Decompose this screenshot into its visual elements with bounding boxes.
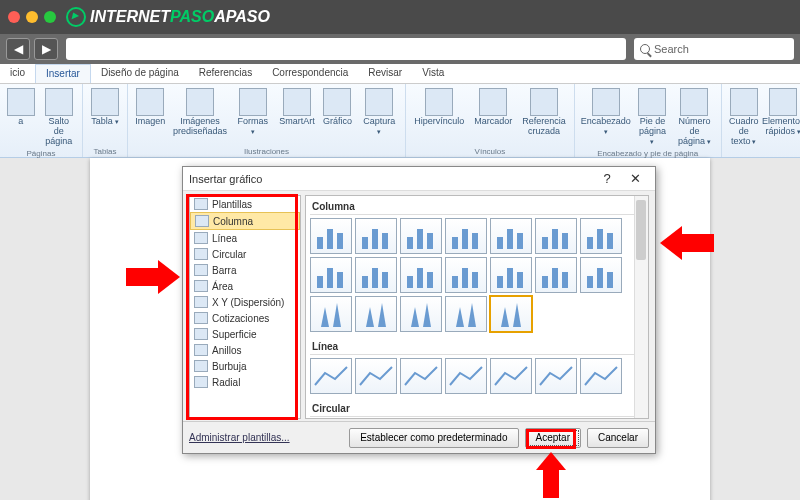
ribbon-tab-insertar[interactable]: Insertar [35, 64, 91, 83]
ribbon-tabla[interactable]: Tabla [87, 86, 123, 129]
chart-thumb[interactable] [400, 358, 442, 394]
window-minimize[interactable] [26, 11, 38, 23]
search-input[interactable]: Search [634, 38, 794, 60]
ribbon-gráfico[interactable]: Gráfico [320, 86, 355, 129]
svg-rect-6 [407, 237, 413, 249]
window-close[interactable] [8, 11, 20, 23]
nav-back[interactable]: ◀ [6, 38, 30, 60]
chart-thumb[interactable] [400, 218, 442, 254]
chart-thumb[interactable] [580, 358, 622, 394]
category-columna[interactable]: Columna [190, 212, 300, 230]
chart-thumb[interactable] [310, 358, 352, 394]
ribbon-cuadro[interactable]: Cuadrode texto [726, 86, 762, 149]
category-icon [194, 328, 208, 340]
svg-marker-50 [501, 307, 509, 327]
window-zoom[interactable] [44, 11, 56, 23]
chart-category-list[interactable]: PlantillasColumnaLíneaCircularBarraÁreaX… [189, 195, 301, 419]
ribbon-tab-diseño-de-página[interactable]: Diseño de página [91, 64, 189, 83]
chart-thumb[interactable] [490, 296, 532, 332]
ribbon-tab-correspondencia[interactable]: Correspondencia [262, 64, 358, 83]
svg-rect-16 [552, 229, 558, 249]
svg-rect-19 [597, 229, 603, 249]
ribbon-salto-de[interactable]: Salto depágina [40, 86, 78, 149]
chart-thumb[interactable] [445, 358, 487, 394]
category-circular[interactable]: Circular [190, 246, 300, 262]
ribbon-imágenes[interactable]: Imágenesprediseñadas [170, 86, 229, 139]
ribbon-hipervínculo[interactable]: Hipervínculo [410, 86, 468, 129]
category-burbuja[interactable]: Burbuja [190, 358, 300, 374]
category-radial[interactable]: Radial [190, 374, 300, 390]
category-x-y-dispersi-n-[interactable]: X Y (Dispersión) [190, 294, 300, 310]
ribbon-imagen[interactable]: Imagen [132, 86, 168, 129]
chart-thumb[interactable] [490, 257, 532, 293]
ribbon-encabezado[interactable]: Encabezado [579, 86, 633, 139]
chart-thumb[interactable] [445, 296, 487, 332]
chart-thumb[interactable] [355, 257, 397, 293]
ribbon-tab-revisar[interactable]: Revisar [358, 64, 412, 83]
chart-thumb[interactable] [355, 218, 397, 254]
dialog-help[interactable]: ? [593, 171, 621, 186]
chart-thumb[interactable] [490, 218, 532, 254]
category--rea[interactable]: Área [190, 278, 300, 294]
chart-thumb[interactable] [400, 257, 442, 293]
ribbon-referencia[interactable]: Referenciacruzada [518, 86, 570, 139]
chart-thumb[interactable] [535, 358, 577, 394]
ribbon-tabs: icioInsertarDiseño de páginaReferenciasC… [0, 64, 800, 84]
ribbon-formas[interactable]: Formas [232, 86, 275, 139]
svg-rect-36 [542, 276, 548, 288]
chart-thumb[interactable] [580, 257, 622, 293]
manage-templates-link[interactable]: Administrar plantillas... [189, 432, 290, 443]
chart-thumb[interactable] [580, 218, 622, 254]
ribbon-marcador[interactable]: Marcador [470, 86, 516, 129]
chart-thumb[interactable] [310, 218, 352, 254]
svg-rect-21 [317, 276, 323, 288]
scrollbar[interactable] [634, 196, 648, 418]
chart-thumb[interactable] [355, 296, 397, 332]
logo-text-3: APASO [214, 8, 270, 26]
chart-thumb[interactable] [310, 296, 352, 332]
category-l-nea[interactable]: Línea [190, 230, 300, 246]
dialog-titlebar: Insertar gráfico ? ✕ [183, 167, 655, 191]
ribbon-a[interactable]: a [4, 86, 38, 129]
svg-rect-37 [552, 268, 558, 288]
category-plantillas[interactable]: Plantillas [190, 196, 300, 212]
category-anillos[interactable]: Anillos [190, 342, 300, 358]
dialog-close[interactable]: ✕ [621, 171, 649, 186]
svg-rect-13 [507, 229, 513, 249]
chart-thumb[interactable] [400, 296, 442, 332]
ribbon-tab-referencias[interactable]: Referencias [189, 64, 262, 83]
cancel-button[interactable]: Cancelar [587, 428, 649, 448]
category-superficie[interactable]: Superficie [190, 326, 300, 342]
url-input[interactable] [66, 38, 626, 60]
ribbon-smartart[interactable]: SmartArt [276, 86, 318, 129]
ribbon-icon [283, 88, 311, 116]
chart-thumb[interactable] [535, 218, 577, 254]
set-default-button[interactable]: Establecer como predeterminado [349, 428, 518, 448]
ribbon-elementos[interactable]: Elementosrápidos [764, 86, 800, 139]
category-icon [194, 296, 208, 308]
ribbon-icon [530, 88, 558, 116]
svg-rect-32 [472, 272, 478, 288]
ribbon-número-de[interactable]: Número depágina [672, 86, 717, 149]
category-icon [194, 248, 208, 260]
chart-thumb[interactable] [490, 358, 532, 394]
category-cotizaciones[interactable]: Cotizaciones [190, 310, 300, 326]
ribbon-icon [730, 88, 758, 116]
ribbon-captura[interactable]: Captura [357, 86, 401, 139]
ribbon-icon [239, 88, 267, 116]
ribbon-tab-icio[interactable]: icio [0, 64, 35, 83]
ok-button[interactable]: Aceptar [525, 428, 581, 448]
insert-chart-dialog: Insertar gráfico ? ✕ PlantillasColumnaLí… [182, 166, 656, 454]
svg-rect-20 [607, 233, 613, 249]
chart-thumb[interactable] [310, 257, 352, 293]
nav-forward[interactable]: ▶ [34, 38, 58, 60]
ribbon-tab-vista[interactable]: Vista [412, 64, 454, 83]
category-barra[interactable]: Barra [190, 262, 300, 278]
chart-thumb[interactable] [355, 358, 397, 394]
chart-thumb[interactable] [535, 257, 577, 293]
svg-rect-11 [472, 233, 478, 249]
chart-thumb[interactable] [445, 218, 487, 254]
section-header-línea: Línea [310, 338, 644, 355]
ribbon-pie-de[interactable]: Pie depágina [635, 86, 670, 149]
chart-thumb[interactable] [445, 257, 487, 293]
